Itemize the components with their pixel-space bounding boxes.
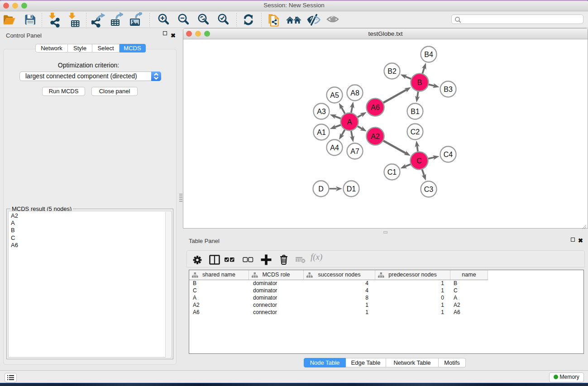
svg-text:A3: A3	[317, 108, 326, 115]
svg-text:D1: D1	[347, 185, 356, 193]
svg-text:A5: A5	[330, 91, 339, 99]
svg-text:C4: C4	[444, 151, 453, 158]
svg-text:A4: A4	[330, 144, 339, 152]
svg-text:B1: B1	[411, 108, 420, 115]
svg-text:A: A	[347, 118, 352, 126]
svg-text:A1: A1	[317, 129, 326, 136]
svg-text:C: C	[416, 157, 422, 165]
svg-text:C3: C3	[424, 186, 434, 193]
svg-text:C1: C1	[387, 168, 397, 176]
svg-text:A2: A2	[371, 133, 380, 140]
svg-text:A7: A7	[350, 148, 359, 155]
svg-text:C2: C2	[411, 128, 420, 136]
svg-text:A8: A8	[350, 89, 359, 97]
svg-text:B3: B3	[444, 86, 453, 93]
svg-text:D: D	[318, 185, 324, 193]
svg-text:B: B	[417, 79, 422, 86]
svg-text:B2: B2	[387, 67, 397, 75]
svg-text:A6: A6	[371, 104, 380, 111]
svg-text:B4: B4	[424, 51, 433, 58]
